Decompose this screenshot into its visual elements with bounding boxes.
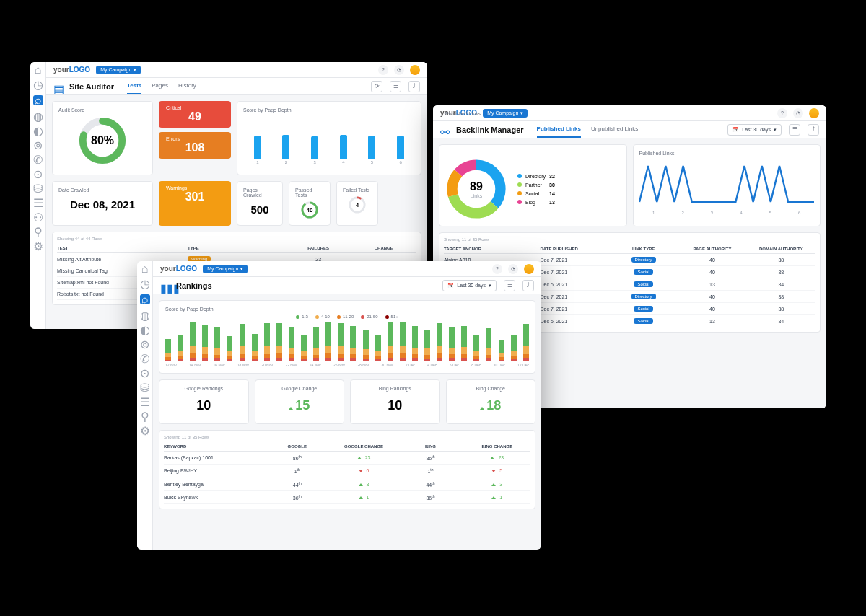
globe-icon[interactable]: ◍ xyxy=(35,113,42,120)
score-depth-chart xyxy=(243,115,415,159)
topbar: yourLOGO My Campaign▾ ? ◔ xyxy=(46,62,427,78)
date-crawled-card: Date Crawled Dec 08, 2021 xyxy=(52,181,153,226)
settings-icon[interactable]: ⚙ xyxy=(35,242,42,250)
report-icon[interactable]: ☰ xyxy=(35,199,42,206)
bell-icon[interactable]: ◔ xyxy=(793,108,803,118)
report-icon[interactable]: ☰ xyxy=(141,398,149,405)
chat-icon[interactable]: ◐ xyxy=(35,127,42,134)
columns-button[interactable]: ☰ xyxy=(504,280,515,291)
page-title: Site Auditor xyxy=(69,82,114,91)
published-links-donut-card: Published Links 89Links Directory32Partn… xyxy=(439,144,627,226)
location-icon[interactable]: ⊙ xyxy=(141,369,149,377)
google-change-card: Google Change15 xyxy=(255,379,345,424)
bing-change-card: Bing Change18 xyxy=(446,379,536,424)
share-button[interactable]: ⤴ xyxy=(408,81,420,92)
google-rankings-card: Google Rankings10 xyxy=(159,379,249,424)
search-icon[interactable]: ⌕ xyxy=(140,294,150,304)
links-donut: 89Links xyxy=(445,158,507,220)
logo: yourLOGO xyxy=(53,66,90,74)
phone-icon[interactable]: ✆ xyxy=(141,355,149,362)
campaign-selector[interactable]: My Campaign▾ xyxy=(96,66,141,74)
campaign-selector[interactable]: My Campaign▾ xyxy=(483,109,528,118)
tabs: Tests Pages History xyxy=(127,78,196,94)
tab-tests[interactable]: Tests xyxy=(127,78,141,94)
logo: yourLOGO xyxy=(160,265,197,273)
globe-icon[interactable]: ◍ xyxy=(141,312,149,319)
dashboard-icon[interactable]: ◷ xyxy=(141,280,149,287)
phone-icon[interactable]: ✆ xyxy=(35,156,42,163)
avatar[interactable] xyxy=(809,108,819,118)
bell-icon[interactable]: ◔ xyxy=(508,264,518,274)
topbar: yourLOGO My Campaign▾ ? ◔ xyxy=(433,105,826,121)
page-title: Backlink Manager xyxy=(456,126,524,134)
plugin-icon[interactable]: ⚲ xyxy=(35,228,42,235)
audit-score-card: Audit Score 80% xyxy=(52,101,153,175)
table-row[interactable]: Barkas (Баркас) 100186th 2386th 23 xyxy=(164,452,530,465)
failed-tests-card: Failed Tests 4 xyxy=(336,181,378,226)
donut-legend: Directory32Partner30Social14Blog13 xyxy=(517,174,555,205)
date-filter[interactable]: 📅 Last 30 days ▾ xyxy=(442,280,497,291)
plugin-icon[interactable]: ⚲ xyxy=(141,413,149,420)
rankings-window: ⌂ ◷ ⌕ ◍ ◐ ⊚ ✆ ⊙ ⛁ ☰ ⚲ ⚙ yourLOGO My Camp… xyxy=(137,261,541,550)
link-icon: ⚯ xyxy=(440,126,449,134)
home-icon[interactable]: ⌂ xyxy=(35,66,42,74)
columns-button[interactable]: ☰ xyxy=(390,81,401,92)
location-icon[interactable]: ⊙ xyxy=(35,170,42,177)
sidebar: ⌂ ◷ ⌕ ◍ ◐ ⊚ ✆ ⊙ ⛁ ☰ ⚇ ⚲ ⚙ xyxy=(30,62,46,329)
tab-published[interactable]: Published Links xyxy=(537,121,581,138)
titlebar: ⚯ Backlink Manager Published Links Unpub… xyxy=(433,121,826,138)
table-row[interactable]: Buick Skyhawk36th 136th 1 xyxy=(164,491,530,504)
review-icon[interactable]: ⊚ xyxy=(35,141,42,149)
review-icon[interactable]: ⊚ xyxy=(141,340,149,348)
passed-tests-card: Passed Tests 40 xyxy=(289,181,331,226)
date-filter[interactable]: 📅 Last 30 days ▾ xyxy=(727,124,782,136)
rankings-table: Showing 11 of 35 Rows KEYWORD GOOGLE GOO… xyxy=(159,430,535,509)
home-icon[interactable]: ⌂ xyxy=(141,265,149,273)
dashboard-icon[interactable]: ◷ xyxy=(35,81,42,88)
bing-rankings-card: Bing Rankings10 xyxy=(350,379,440,424)
errors-card[interactable]: Errors108 xyxy=(159,132,231,159)
cart-icon[interactable]: ⛁ xyxy=(141,384,149,391)
share-button[interactable]: ⤴ xyxy=(522,280,534,291)
help-icon[interactable]: ? xyxy=(492,264,502,274)
campaign-selector[interactable]: My Campaign▾ xyxy=(203,265,248,273)
users-icon[interactable]: ⚇ xyxy=(35,214,42,221)
settings-icon[interactable]: ⚙ xyxy=(141,427,149,434)
score-depth-card: Score by Page Depth 123456 xyxy=(237,101,421,175)
topbar: yourLOGO My Campaign▾ ? ◔ xyxy=(153,261,541,277)
help-icon[interactable]: ? xyxy=(378,65,388,75)
columns-button[interactable]: ☰ xyxy=(789,124,800,136)
rankings-chart-card: Score by Page Depth 1-3 4-10 11-20 21-50… xyxy=(159,300,535,374)
tab-pages[interactable]: Pages xyxy=(152,78,168,94)
avatar[interactable] xyxy=(524,264,534,274)
page-icon: ▤ xyxy=(53,82,62,91)
table-row[interactable]: Beijing BW/HY1th 61th 5 xyxy=(164,465,530,478)
avatar[interactable] xyxy=(410,65,420,75)
refresh-button[interactable]: ⟳ xyxy=(371,81,382,92)
sidebar: ⌂ ◷ ⌕ ◍ ◐ ⊚ ✆ ⊙ ⛁ ☰ ⚲ ⚙ xyxy=(137,261,153,550)
help-icon[interactable]: ? xyxy=(777,108,787,118)
line-chart xyxy=(639,159,815,209)
table-row[interactable]: Bentley Bentayga44th 344th 3 xyxy=(164,478,530,491)
chat-icon[interactable]: ◐ xyxy=(141,326,149,333)
audit-score-donut: 80% xyxy=(77,115,128,166)
warnings-card[interactable]: Warnings301 xyxy=(159,181,231,226)
stacked-bar-chart xyxy=(165,322,529,361)
published-links-line-card: Published Links 123456 xyxy=(633,144,821,226)
tab-history[interactable]: History xyxy=(178,78,196,94)
search-icon[interactable]: ⌕ xyxy=(33,95,43,105)
critical-card[interactable]: Critical49 xyxy=(159,101,231,128)
cart-icon[interactable]: ⛁ xyxy=(35,185,42,192)
share-button[interactable]: ⤴ xyxy=(808,124,819,136)
chart-legend: 1-3 4-10 11-20 21-50 51+ xyxy=(165,314,529,319)
titlebar: ▮▮▮ Rankings 📅 Last 30 days ▾ ☰ ⤴ xyxy=(153,277,541,294)
bars-icon: ▮▮▮ xyxy=(160,281,169,290)
titlebar: ▤ Site Auditor Tests Pages History ⟳ ☰ ⤴ xyxy=(46,78,427,95)
pages-crawled-card: Pages Crawled 500 xyxy=(237,181,283,226)
page-title: Rankings xyxy=(176,281,212,290)
bell-icon[interactable]: ◔ xyxy=(394,65,404,75)
tab-unpublished[interactable]: Unpublished Links xyxy=(591,121,638,138)
